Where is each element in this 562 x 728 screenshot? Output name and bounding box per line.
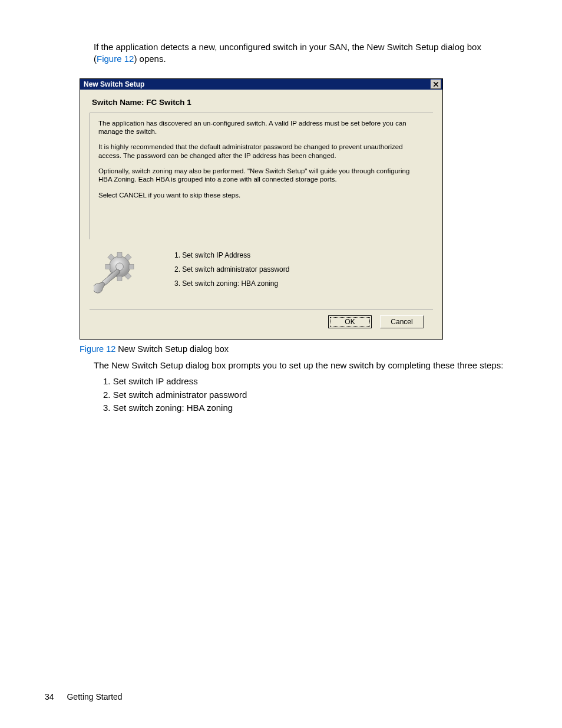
svg-rect-2 <box>117 276 122 281</box>
settings-wrench-icon <box>92 249 143 296</box>
dialog-title: New Switch Setup <box>84 80 144 88</box>
new-switch-setup-dialog: New Switch Setup Switch Name: FC Switch … <box>80 78 443 340</box>
section-title: Getting Started <box>67 692 122 701</box>
dialog-step-2: 2. Set switch administrator password <box>174 265 431 274</box>
dialog-info-p4: Select CANCEL if you want to skip these … <box>98 191 425 199</box>
document-steps-list: 1. Set switch IP address 2. Set switch a… <box>103 375 506 415</box>
doc-step-2: 2. Set switch administrator password <box>103 388 506 402</box>
dialog-body: Switch Name: FC Switch 1 The application… <box>80 90 442 340</box>
dialog-steps-row: 1. Set switch IP Address 2. Set switch a… <box>90 246 433 309</box>
dialog-steps-list: 1. Set switch IP Address 2. Set switch a… <box>143 249 431 294</box>
close-icon[interactable] <box>431 80 441 89</box>
dialog-info-box: The application has discovered an un-con… <box>90 113 433 240</box>
figure-caption-label: Figure 12 <box>80 344 115 354</box>
svg-rect-1 <box>117 253 122 258</box>
doc-step-3: 3. Set switch zoning: HBA zoning <box>103 401 506 415</box>
dialog-step-3: 3. Set switch zoning: HBA zoning <box>174 279 431 288</box>
ok-button[interactable]: OK <box>328 315 372 328</box>
intro-paragraph: If the application detects a new, unconf… <box>94 41 506 65</box>
switch-name-label: Switch Name: FC Switch 1 <box>92 98 431 107</box>
svg-rect-4 <box>129 265 134 269</box>
figure-link[interactable]: Figure 12 <box>97 54 134 64</box>
dialog-info-p1: The application has discovered an un-con… <box>98 119 425 136</box>
ok-button-label: OK <box>345 318 355 326</box>
figure-caption: Figure 12 New Switch Setup dialog box <box>80 344 506 354</box>
svg-rect-3 <box>105 265 110 269</box>
dialog-info-p2: It is highly recommended that the defaul… <box>98 143 425 160</box>
cancel-button[interactable]: Cancel <box>380 315 424 328</box>
page-footer: 34 Getting Started <box>45 692 123 701</box>
intro-text-post: ) opens. <box>134 54 166 64</box>
document-page: If the application detects a new, unconf… <box>0 0 562 728</box>
dialog-button-row: OK Cancel <box>90 309 433 334</box>
body-paragraph: The New Switch Setup dialog box prompts … <box>94 360 506 371</box>
page-number: 34 <box>45 692 54 701</box>
figure-caption-text: New Switch Setup dialog box <box>115 344 229 354</box>
cancel-button-label: Cancel <box>391 318 412 326</box>
doc-step-1: 1. Set switch IP address <box>103 375 506 388</box>
dialog-info-p3: Optionally, switch zoning may also be pe… <box>98 167 425 184</box>
dialog-step-1: 1. Set switch IP Address <box>174 251 431 259</box>
dialog-titlebar: New Switch Setup <box>80 79 442 90</box>
